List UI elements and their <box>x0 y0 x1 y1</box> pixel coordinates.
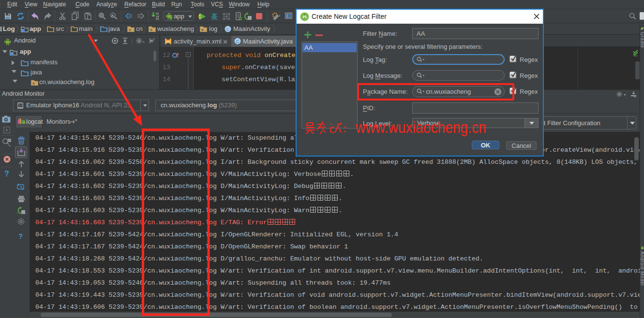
svg-text:C: C <box>236 39 240 44</box>
svg-text:C: C <box>226 27 230 32</box>
svg-text:01: 01 <box>156 17 159 20</box>
svg-text:<>: <> <box>166 40 171 44</box>
svg-text:A: A <box>111 14 114 18</box>
